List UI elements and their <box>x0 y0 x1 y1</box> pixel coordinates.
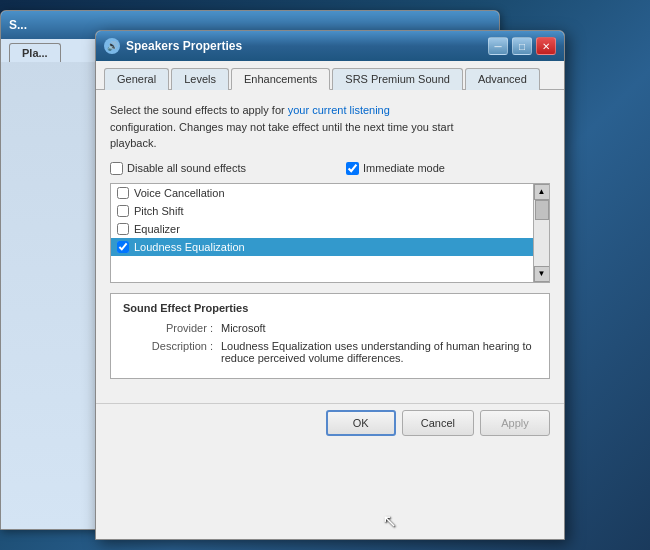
options-row: Disable all sound effects Immediate mode <box>110 162 550 175</box>
equalizer-label: Equalizer <box>134 223 180 235</box>
loudness-equalization-checkbox[interactable] <box>117 241 129 253</box>
description-label: Description : <box>123 340 213 364</box>
titlebar-title: Speakers Properties <box>126 39 488 53</box>
info-link[interactable]: your current listening <box>288 104 390 116</box>
list-item-pitch-shift[interactable]: Pitch Shift <box>111 202 533 220</box>
pitch-shift-checkbox[interactable] <box>117 205 129 217</box>
loudness-equalization-label: Loudness Equalization <box>134 241 245 253</box>
immediate-mode-checkbox[interactable] <box>346 162 359 175</box>
pitch-shift-label: Pitch Shift <box>134 205 184 217</box>
titlebar-icon: 🔊 <box>104 38 120 54</box>
tab-content: Select the sound effects to apply for yo… <box>96 90 564 403</box>
effects-list: Voice Cancellation Pitch Shift Equalizer… <box>111 184 533 282</box>
speakers-properties-dialog: 🔊 Speakers Properties ─ □ ✕ General Leve… <box>95 30 565 540</box>
disable-all-label: Disable all sound effects <box>127 162 246 174</box>
provider-label: Provider : <box>123 322 213 334</box>
tab-general[interactable]: General <box>104 68 169 90</box>
list-item-loudness-equalization[interactable]: Loudness Equalization <box>111 238 533 256</box>
button-row: OK Cancel Apply <box>96 403 564 446</box>
titlebar-buttons: ─ □ ✕ <box>488 37 556 55</box>
scroll-thumb[interactable] <box>535 200 549 220</box>
info-text-line3: playback. <box>110 137 156 149</box>
tab-enhancements[interactable]: Enhancements <box>231 68 330 90</box>
info-text: Select the sound effects to apply for yo… <box>110 102 550 152</box>
properties-title: Sound Effect Properties <box>123 302 537 314</box>
description-value: Loudness Equalization uses understanding… <box>221 340 537 364</box>
tab-advanced[interactable]: Advanced <box>465 68 540 90</box>
effects-list-container: Voice Cancellation Pitch Shift Equalizer… <box>110 183 550 283</box>
cancel-button[interactable]: Cancel <box>402 410 474 436</box>
tab-bar: General Levels Enhancements SRS Premium … <box>96 61 564 90</box>
disable-all-checkbox[interactable] <box>110 162 123 175</box>
provider-row: Provider : Microsoft <box>123 322 537 334</box>
disable-all-option[interactable]: Disable all sound effects <box>110 162 246 175</box>
immediate-mode-label: Immediate mode <box>363 162 445 174</box>
list-item-equalizer[interactable]: Equalizer <box>111 220 533 238</box>
scroll-up-arrow[interactable]: ▲ <box>534 184 550 200</box>
list-item-voice-cancellation[interactable]: Voice Cancellation <box>111 184 533 202</box>
scroll-track <box>534 200 549 266</box>
equalizer-checkbox[interactable] <box>117 223 129 235</box>
scroll-down-arrow[interactable]: ▼ <box>534 266 550 282</box>
description-row: Description : Loudness Equalization uses… <box>123 340 537 364</box>
close-button[interactable]: ✕ <box>536 37 556 55</box>
ok-button[interactable]: OK <box>326 410 396 436</box>
voice-cancellation-checkbox[interactable] <box>117 187 129 199</box>
bg-window-tab-pla: Pla... <box>9 43 61 62</box>
list-scrollbar: ▲ ▼ <box>533 184 549 282</box>
tab-levels[interactable]: Levels <box>171 68 229 90</box>
immediate-mode-option[interactable]: Immediate mode <box>346 162 445 175</box>
minimize-button[interactable]: ─ <box>488 37 508 55</box>
voice-cancellation-label: Voice Cancellation <box>134 187 225 199</box>
info-text-line2: configuration. Changes may not take effe… <box>110 121 453 133</box>
info-text-line1: Select the sound effects to apply for <box>110 104 288 116</box>
tab-srs-premium-sound[interactable]: SRS Premium Sound <box>332 68 463 90</box>
titlebar: 🔊 Speakers Properties ─ □ ✕ <box>96 31 564 61</box>
properties-box: Sound Effect Properties Provider : Micro… <box>110 293 550 379</box>
provider-value: Microsoft <box>221 322 537 334</box>
apply-button[interactable]: Apply <box>480 410 550 436</box>
restore-button[interactable]: □ <box>512 37 532 55</box>
